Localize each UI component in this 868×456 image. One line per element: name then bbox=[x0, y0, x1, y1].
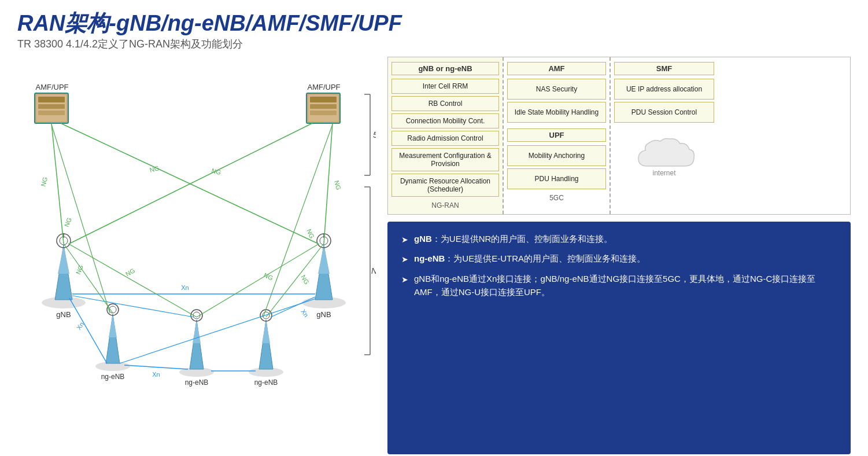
ng-label-9: NG bbox=[124, 267, 136, 278]
arch-diagram: gNB or ng-eNB Inter Cell RRM RB Control … bbox=[387, 57, 851, 215]
xn-label-3: Xn bbox=[152, 371, 160, 378]
desc-bold-1: gNB bbox=[414, 234, 432, 244]
title-section: RAN架构-gNB/ng-eNB/AMF/SMF/UPF TR 38300 4.… bbox=[17, 12, 851, 51]
upf-box-2: PDU Handling bbox=[507, 168, 606, 189]
svg-rect-4 bbox=[38, 111, 65, 115]
smf-column: SMF UE IP address allocation PDU Session… bbox=[611, 57, 718, 214]
fgc-label: 5GC bbox=[507, 194, 606, 202]
svg-rect-9 bbox=[310, 104, 337, 109]
svg-line-57 bbox=[120, 299, 316, 363]
gnb-left-label: gNB bbox=[56, 310, 71, 319]
gnb-box-2: RB Control bbox=[391, 96, 499, 111]
ng-label-7: NG bbox=[75, 264, 84, 275]
ng-label-8: NG bbox=[300, 274, 311, 285]
amf-upf-column: AMF NAS Security Idle State Mobility Han… bbox=[504, 57, 611, 214]
page-subtitle: TR 38300 4.1/4.2定义了NG-RAN架构及功能划分 bbox=[17, 37, 851, 51]
internet-label: internet bbox=[652, 169, 675, 177]
svg-rect-3 bbox=[38, 104, 65, 109]
amf-box-1: NAS Security bbox=[507, 79, 606, 100]
ng-label-5: NG bbox=[63, 216, 73, 228]
gnb-box-5: Measurement Configuration & Provision bbox=[391, 148, 499, 171]
ng-label-10: NG bbox=[263, 271, 274, 282]
xn-label-4: Xn bbox=[300, 308, 310, 318]
gnb-right-label: gNB bbox=[316, 310, 331, 319]
ng-label-4: NG bbox=[333, 179, 342, 190]
svg-rect-10 bbox=[310, 111, 337, 115]
desc-bold-2: ng-eNB bbox=[414, 253, 445, 263]
smf-box-1: UE IP address allocation bbox=[614, 79, 714, 100]
svg-line-45 bbox=[51, 123, 64, 244]
svg-line-47 bbox=[69, 123, 312, 244]
svg-marker-42 bbox=[262, 320, 270, 343]
page-container: RAN架构-gNB/ng-eNB/AMF/SMF/UPF TR 38300 4.… bbox=[0, 0, 868, 456]
description-box: ➤ gNB：为UE提供NR的用户面、控制面业务和连接。 ➤ ng-eNB：为UE… bbox=[387, 222, 851, 454]
amf-col-title: AMF bbox=[507, 62, 606, 75]
amf-upf-left-label: AMF/UPF bbox=[35, 83, 68, 91]
page-title: RAN架构-gNB/ng-eNB/AMF/SMF/UPF bbox=[17, 12, 851, 36]
ng-enb-center-right-label: ng-eNB bbox=[254, 378, 278, 387]
ng-label-6: NG bbox=[305, 228, 316, 240]
amf-upf-right-label: AMF/UPF bbox=[307, 83, 340, 91]
xn-label-1: Xn bbox=[181, 284, 189, 291]
right-panel: gNB or ng-eNB Inter Cell RRM RB Control … bbox=[387, 57, 851, 456]
smf-col-title: SMF bbox=[614, 62, 714, 75]
network-diagram-svg: AMF/UPF AMF/UPF bbox=[17, 57, 376, 450]
svg-line-48 bbox=[324, 123, 333, 244]
gnb-box-1: Inter Cell RRM bbox=[391, 79, 499, 94]
gnb-box-4: Radio Admission Control bbox=[391, 131, 499, 146]
ng-enb-center-left-label: ng-eNB bbox=[185, 378, 209, 387]
desc-item-3: ➤ gNB和ng-eNB通过Xn接口连接；gNB/ng-eNB通过NG接口连接至… bbox=[401, 272, 837, 299]
desc-rest-1: ：为UE提供NR的用户面、控制面业务和连接。 bbox=[432, 234, 613, 244]
svg-rect-8 bbox=[310, 97, 337, 102]
arrow-icon-2: ➤ bbox=[401, 253, 408, 266]
desc-text-3: gNB和ng-eNB通过Xn接口连接；gNB/ng-eNB通过NG接口连接至5G… bbox=[414, 272, 837, 299]
svg-line-61 bbox=[197, 244, 319, 317]
gnb-col-title: gNB or ng-eNB bbox=[391, 62, 499, 75]
internet-cloud-area: internet bbox=[614, 134, 714, 177]
gnb-box-6: Dynamic Resource Allocation (Scheduler) bbox=[391, 174, 499, 197]
svg-marker-37 bbox=[193, 320, 201, 343]
arrow-icon-1: ➤ bbox=[401, 233, 408, 246]
gnb-box-3: Connection Mobility Cont. bbox=[391, 113, 499, 128]
ng-label-1: NG bbox=[39, 176, 49, 187]
ng-label-3: NG bbox=[210, 167, 221, 176]
svg-rect-2 bbox=[38, 97, 65, 102]
svg-line-53 bbox=[72, 296, 194, 317]
desc-rest-2: ：为UE提供E-UTRA的用户面、控制面业务和连接。 bbox=[445, 253, 645, 263]
amf-box-2: Idle State Mobility Handling bbox=[507, 102, 606, 123]
svg-line-54 bbox=[124, 365, 188, 369]
gnb-column: gNB or ng-eNB Inter Cell RRM RB Control … bbox=[388, 57, 504, 214]
desc-item-2: ➤ ng-eNB：为UE提供E-UTRA的用户面、控制面业务和连接。 bbox=[401, 252, 837, 266]
desc-item-1: ➤ gNB：为UE提供NR的用户面、控制面业务和连接。 bbox=[401, 232, 837, 246]
svg-point-38 bbox=[191, 310, 202, 321]
ng-enb-left-label: ng-eNB bbox=[101, 373, 125, 381]
svg-line-46 bbox=[61, 123, 318, 244]
content-area: AMF/UPF AMF/UPF bbox=[17, 57, 851, 456]
gnb-col-label: NG-RAN bbox=[391, 201, 499, 209]
ngran-bracket-label: NG-RAN bbox=[371, 266, 376, 275]
desc-text-1: gNB：为UE提供NR的用户面、控制面业务和连接。 bbox=[414, 232, 612, 245]
5gc-bracket-label: 5GC bbox=[373, 130, 376, 139]
arrow-icon-3: ➤ bbox=[401, 273, 408, 286]
upf-box-1: Mobility Anchoring bbox=[507, 145, 606, 166]
upf-col-title: UPF bbox=[507, 128, 606, 142]
smf-box-2: PDU Session Control bbox=[614, 102, 714, 123]
desc-text-2: ng-eNB：为UE提供E-UTRA的用户面、控制面业务和连接。 bbox=[414, 252, 645, 265]
network-diagram-panel: AMF/UPF AMF/UPF bbox=[17, 57, 376, 450]
svg-line-52 bbox=[69, 298, 107, 363]
svg-marker-32 bbox=[109, 314, 117, 337]
ng-label-2: NG bbox=[149, 164, 160, 174]
